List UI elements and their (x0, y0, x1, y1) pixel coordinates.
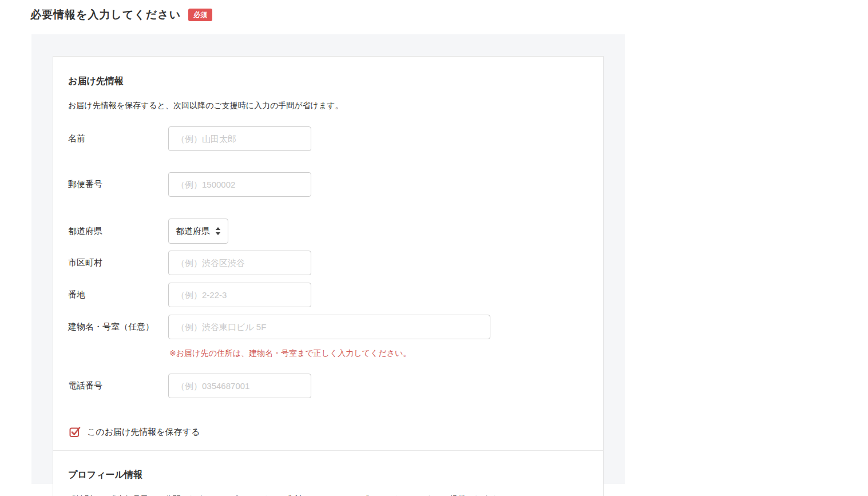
name-label: 名前 (68, 133, 168, 144)
delivery-section-description: お届け先情報を保存すると、次回以降のご支援時に入力の手間が省けます。 (68, 100, 588, 111)
city-input[interactable] (168, 251, 311, 275)
street-label: 番地 (68, 289, 168, 300)
street-row: 番地 (68, 283, 588, 307)
name-input[interactable] (168, 126, 311, 151)
street-input[interactable] (168, 283, 311, 307)
name-row: 名前 (68, 126, 588, 151)
delivery-section-heading: お届け先情報 (68, 76, 588, 88)
profile-section: プロフィール情報 「性別」と「生年月日」は公開されません。プロジェクトの集計デー… (68, 451, 588, 496)
prefecture-selected-value: 都道府県 (176, 226, 210, 237)
form-panel: お届け先情報 お届け先情報を保存すると、次回以降のご支援時に入力の手間が省けます… (31, 34, 625, 484)
checked-checkbox-icon[interactable] (69, 426, 81, 438)
postal-code-input[interactable] (168, 172, 311, 197)
form-card: お届け先情報 お届け先情報を保存すると、次回以降のご支援時に入力の手間が省けます… (53, 56, 604, 496)
page-header: 必要情報を入力してください 必須 (0, 0, 868, 22)
page-title: 必要情報を入力してください (30, 7, 181, 22)
select-updown-arrow-icon (215, 227, 221, 235)
save-delivery-checkbox-label: このお届け先情報を保存する (87, 427, 200, 438)
building-label: 建物名・号室（任意） (68, 322, 168, 332)
profile-section-heading: プロフィール情報 (68, 469, 588, 481)
postal-code-label: 郵便番号 (68, 179, 168, 190)
profile-section-description: 「性別」と「生年月日」は公開されません。プロジェクトの集計データとして、プロジェ… (68, 493, 588, 496)
phone-input[interactable] (168, 374, 311, 398)
postal-code-row: 郵便番号 (68, 172, 588, 197)
prefecture-label: 都道府県 (68, 226, 168, 237)
phone-row: 電話番号 (68, 374, 588, 398)
save-delivery-checkbox-row[interactable]: このお届け先情報を保存する (69, 426, 588, 438)
address-note: ※お届け先の住所は、建物名・号室まで正しく入力してください。 (169, 348, 588, 359)
required-badge: 必須 (188, 9, 212, 21)
city-label: 市区町村 (68, 257, 168, 268)
city-row: 市区町村 (68, 251, 588, 275)
prefecture-select[interactable]: 都道府県 (168, 219, 228, 244)
prefecture-row: 都道府県 都道府県 (68, 219, 588, 244)
building-input[interactable] (168, 315, 490, 339)
phone-label: 電話番号 (68, 380, 168, 391)
building-row: 建物名・号室（任意） (68, 315, 588, 339)
